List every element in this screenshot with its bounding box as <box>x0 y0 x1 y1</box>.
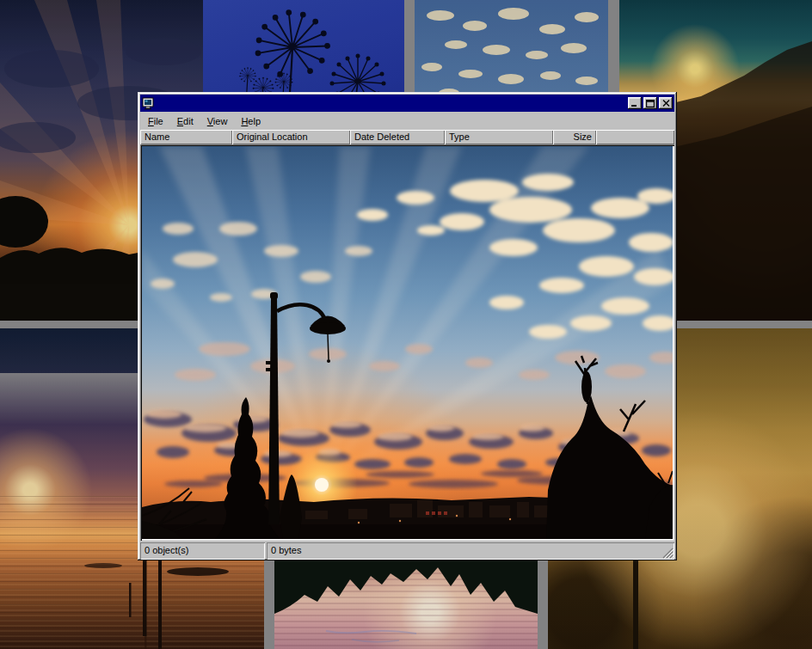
minimize-button[interactable] <box>628 97 642 109</box>
menu-help[interactable]: Help <box>234 113 268 129</box>
window-titlebar[interactable] <box>140 95 674 112</box>
column-header-size[interactable]: Size <box>553 130 596 144</box>
resize-grip-icon[interactable] <box>662 548 674 559</box>
column-header-type[interactable]: Type <box>445 130 553 144</box>
status-object-count: 0 object(s) <box>140 542 265 560</box>
program-window-icon <box>142 96 156 110</box>
maximize-icon <box>646 100 655 107</box>
column-header-date-deleted[interactable]: Date Deleted <box>350 130 445 144</box>
minimize-icon <box>631 100 639 107</box>
status-size-text: 0 bytes <box>271 545 301 555</box>
menu-edit[interactable]: Edit <box>170 113 200 129</box>
column-header-filler[interactable] <box>596 130 674 144</box>
column-header-row: Name Original Location Date Deleted Type… <box>140 130 674 144</box>
close-button[interactable] <box>659 97 673 109</box>
status-size: 0 bytes <box>267 542 674 560</box>
desktop: { "window": { "title": "", "menu": [ {"f… <box>0 0 812 649</box>
column-header-name[interactable]: Name <box>140 130 232 144</box>
maximize-button[interactable] <box>643 97 657 109</box>
menu-file[interactable]: File <box>141 113 170 129</box>
close-icon <box>662 100 670 107</box>
sunset-lamp-photo <box>142 146 673 539</box>
menu-bar: File Edit View Help <box>140 113 674 130</box>
recycle-bin-window: File Edit View Help Name Original Locati… <box>138 92 677 560</box>
menu-view[interactable]: View <box>200 113 235 129</box>
column-header-original-location[interactable]: Original Location <box>232 130 350 144</box>
file-list-viewport[interactable] <box>140 144 674 541</box>
status-bar: 0 object(s) 0 bytes <box>140 542 674 560</box>
